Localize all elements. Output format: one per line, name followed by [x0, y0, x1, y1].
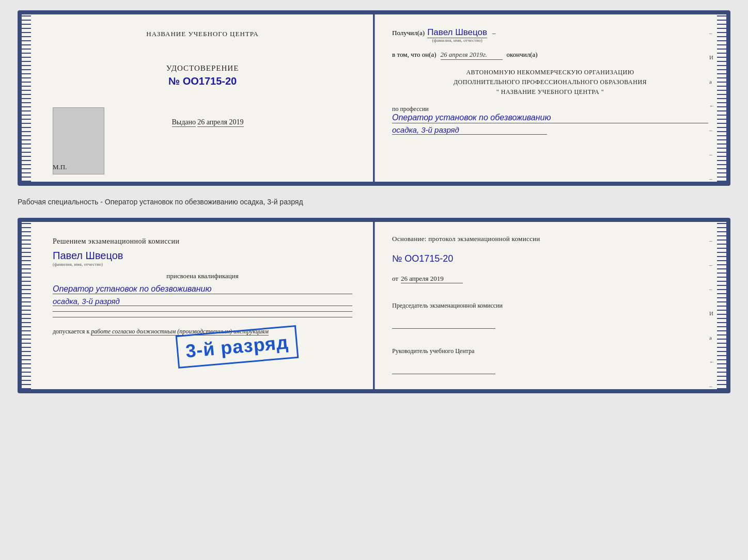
that-section: в том, что он(а) 26 апреля 2019г. окончи… — [392, 51, 708, 60]
decision-title: Решением экзаменационной комиссии — [53, 237, 352, 246]
from-date: 26 апреля 2019 — [401, 275, 463, 283]
org-block: АВТОНОМНУЮ НЕКОММЕРЧЕСКУЮ ОРГАНИЗАЦИЮ ДО… — [392, 68, 708, 98]
right-dash-3: – — [709, 151, 715, 157]
mp-label: М.П. — [53, 163, 67, 171]
dash1: – — [492, 29, 496, 37]
training-center-title: НАЗВАНИЕ УЧЕБНОГО ЦЕНТРА — [146, 30, 258, 38]
certificate-card-1: НАЗВАНИЕ УЧЕБНОГО ЦЕНТРА УДОСТОВЕРЕНИЕ №… — [18, 10, 730, 186]
completed-label: окончил(а) — [507, 51, 538, 59]
spine-right-decoration-2 — [717, 222, 726, 389]
recipient-name-wrapper: Павел Швецов (фамилия, имя, отчество) — [427, 27, 487, 43]
from-label: от — [392, 275, 398, 283]
right-dash2-4: – — [709, 383, 715, 389]
left-panel-inner-2: Решением экзаменационной комиссии Павел … — [42, 237, 352, 335]
profession-label: по профессии — [392, 105, 708, 113]
profession-section: по профессии Оператор установок по обезв… — [392, 105, 708, 135]
leader-title: Руководитель учебного Центра — [392, 347, 708, 356]
org-line2: ДОПОЛНИТЕЛЬНОГО ПРОФЕССИОНАЛЬНОГО ОБРАЗО… — [392, 77, 708, 87]
right-dash-4: – — [709, 175, 715, 182]
left-panel-inner-1: НАЗВАНИЕ УЧЕБНОГО ЦЕНТРА УДОСТОВЕРЕНИЕ №… — [42, 30, 352, 126]
spine-right-decoration — [717, 14, 726, 182]
right-dash-1: – — [709, 30, 715, 36]
recipient-name: Павел Швецов — [427, 27, 487, 38]
that-label: в том, что он(а) — [392, 51, 437, 59]
right-dash2-2: – — [709, 262, 715, 268]
issued-label: Выдано — [172, 118, 196, 127]
right-label-a: а — [709, 78, 715, 85]
left-panel-1: НАЗВАНИЕ УЧЕБНОГО ЦЕНТРА УДОСТОВЕРЕНИЕ №… — [22, 14, 374, 182]
certificate-card-2: Решением экзаменационной комиссии Павел … — [18, 218, 730, 393]
org-line1: АВТОНОМНУЮ НЕКОММЕРЧЕСКУЮ ОРГАНИЗАЦИЮ — [392, 68, 708, 77]
received-section: Получил(а) Павел Швецов (фамилия, имя, о… — [392, 27, 708, 43]
org-line3: " НАЗВАНИЕ УЧЕБНОГО ЦЕНТРА " — [392, 87, 708, 97]
right-label2-arrow: ← — [709, 359, 715, 365]
right-side-labels-2: – – – И а ← – – – — [709, 237, 715, 393]
stamp-text: 3-й разряд — [185, 331, 290, 362]
basis-label: Основание: протокол экзаменационной коми… — [392, 235, 708, 243]
assigned-text: присвоена квалификация — [53, 272, 352, 280]
completion-date: 26 апреля 2019г. — [441, 51, 503, 60]
separator-text: Рабочая специальность - Оператор установ… — [18, 195, 730, 209]
right-dash2-3: – — [709, 286, 715, 292]
cert-number: № OO1715-20 — [168, 75, 237, 87]
page-container: НАЗВАНИЕ УЧЕБНОГО ЦЕНТРА УДОСТОВЕРЕНИЕ №… — [18, 10, 730, 393]
sig-line-2 — [53, 317, 352, 317]
sig-line-1 — [53, 311, 352, 312]
allowed-label: допускается к — [53, 328, 89, 335]
right-panel-2: Основание: протокол экзаменационной коми… — [374, 222, 726, 389]
right-label-i: И — [709, 54, 715, 60]
left-panel-2: Решением экзаменационной комиссии Павел … — [22, 222, 374, 389]
qualification-line2: осадка, 3-й разряд — [53, 297, 352, 306]
person-name-section: Павел Швецов (фамилия, имя, отчество) — [53, 250, 352, 267]
from-section: от 26 апреля 2019 — [392, 275, 708, 283]
right-dash2-1: – — [709, 237, 715, 244]
profession-value: Оператор установок по обезвоживанию — [392, 113, 708, 123]
leader-sig-line — [392, 374, 495, 374]
qualification-line1: Оператор установок по обезвоживанию — [53, 284, 352, 294]
right-side-labels-1: – И а ← – – – – — [709, 30, 715, 186]
profession-subvalue: осадка, 3-й разряд — [392, 125, 547, 135]
chairman-title: Председатель экзаменационной комиссии — [392, 301, 708, 310]
right-panel-1: Получил(а) Павел Швецов (фамилия, имя, о… — [374, 14, 726, 182]
right-label2-a: а — [709, 334, 715, 341]
person-name-2: Павел Швецов — [53, 250, 352, 262]
issued-line: Выдано 26 апреля 2019 — [162, 118, 244, 126]
qualification-section: Оператор установок по обезвоживанию осад… — [53, 283, 352, 306]
issued-date: 26 апреля 2019 — [197, 118, 243, 127]
right-dash-2: – — [709, 127, 715, 133]
person-name-subtitle-2: (фамилия, имя, отчество) — [53, 262, 352, 267]
received-label: Получил(а) — [392, 29, 425, 37]
recipient-name-subtitle: (фамилия, имя, отчество) — [427, 38, 487, 43]
chairman-sig-line — [392, 328, 495, 329]
proto-number: № OO1715-20 — [392, 253, 708, 264]
right-label-arrow: ← — [709, 103, 715, 109]
cert-type-label: УДОСТОВЕРЕНИЕ — [166, 64, 239, 73]
right-label2-i: И — [709, 310, 715, 316]
